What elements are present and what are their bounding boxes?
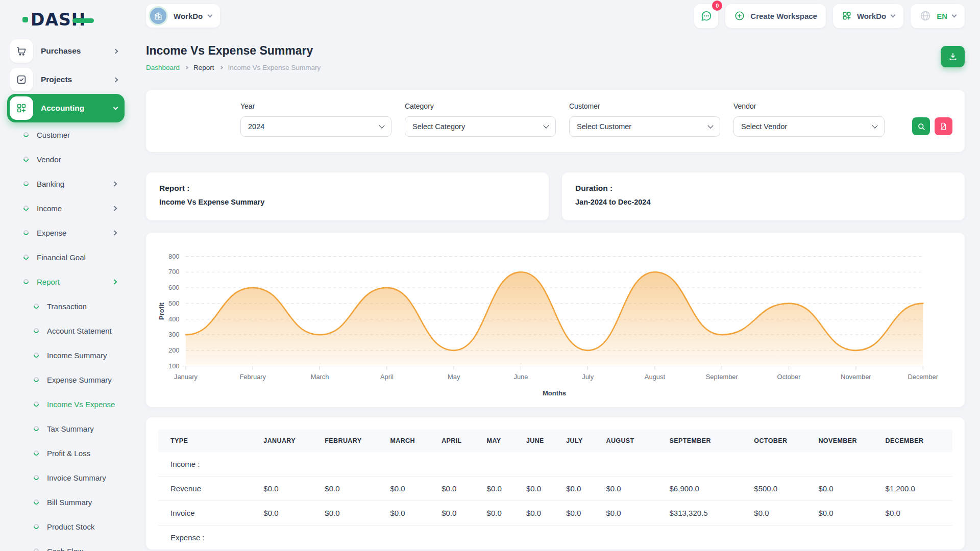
chevron-down-icon [952,12,957,17]
chevron-down-icon [113,105,118,110]
bullet-icon [33,327,40,334]
bullet-icon [22,131,30,138]
apply-filter-button[interactable] [912,117,930,135]
sidebar-item-cash-flow[interactable]: Cash Flow [7,539,125,551]
sidebar-item-bill-summary[interactable]: Bill Summary [7,490,125,514]
sidebar-item-label: Income Summary [47,351,107,360]
sidebar-item-label: Account Statement [47,327,112,335]
sidebar-item-label: Accounting [41,104,114,113]
bullet-icon [22,156,30,163]
category-select[interactable]: Select Category [405,116,556,137]
breadcrumb-report[interactable]: Report [193,64,214,71]
table-section-row: Income : [158,452,952,477]
svg-text:Profit: Profit [158,302,165,319]
app-switcher-button[interactable]: WorkDo [833,4,903,28]
svg-text:700: 700 [168,268,180,276]
sidebar-item-expense[interactable]: Expense [7,220,125,245]
sidebar-item-income-summary[interactable]: Income Summary [7,343,125,367]
accounting-grid-icon [10,96,33,120]
bullet-icon [22,229,30,236]
chevron-right-icon [112,279,117,284]
sidebar-item-banking[interactable]: Banking [7,171,125,196]
sidebar-item-label: Expense Summary [47,375,112,384]
year-label: Year [240,102,391,110]
download-button[interactable] [941,46,965,67]
bullet-icon [33,523,40,530]
sidebar-item-vendor[interactable]: Vendor [7,147,125,171]
bullet-icon [33,474,40,481]
chat-icon [700,10,713,22]
sidebar-item-financial-goal[interactable]: Financial Goal [7,245,125,269]
table-header-cell: JULY [562,430,602,452]
chevron-right-icon [185,66,188,69]
chat-badge: 0 [712,1,722,11]
sidebar-item-report[interactable]: Report [7,269,125,294]
page-header: Income Vs Expense Summary Dashboard Repo… [146,44,965,71]
sidebar-item-customer[interactable]: Customer [7,122,125,147]
sidebar-item-accounting[interactable]: Accounting [7,94,125,122]
sidebar-item-label: Income Vs Expense [47,400,115,409]
sidebar-item-transaction[interactable]: Transaction [7,294,125,318]
sidebar-item-profit-loss[interactable]: Profit & Loss [7,441,125,465]
sidebar-item-projects[interactable]: Projects [7,65,125,94]
sidebar-item-product-stock[interactable]: Product Stock [7,514,125,539]
chevron-right-icon [112,181,117,186]
sidebar-item-invoice-summary[interactable]: Invoice Summary [7,465,125,490]
table-header-cell: TYPE [158,430,259,452]
chart-card: 100200300400500600700800JanuaryFebruaryM… [146,233,965,407]
table-header-cell: DECEMBER [881,430,952,452]
sidebar-item-label: Vendor [37,155,61,164]
svg-text:September: September [706,373,739,381]
chevron-right-icon [112,230,117,235]
sidebar-item-label: Product Stock [47,522,94,531]
download-icon [948,52,958,62]
svg-text:400: 400 [168,315,180,323]
year-field: Year 2024 [240,102,391,137]
sidebar-item-tax-summary[interactable]: Tax Summary [7,416,125,441]
svg-text:April: April [380,373,394,381]
sidebar-item-label: Expense [37,229,66,237]
clear-file-icon [939,122,948,131]
bullet-icon [33,376,40,383]
table-card: TYPEJANUARYFEBRUARYMARCHAPRILMAYJUNEJULY… [146,417,965,549]
sidebar-item-purchases[interactable]: Purchases [7,37,125,65]
search-icon [917,122,926,131]
year-select[interactable]: 2024 [240,116,391,137]
customer-select[interactable]: Select Customer [569,116,720,137]
sidebar-item-income[interactable]: Income [7,196,125,220]
svg-text:600: 600 [168,284,180,291]
app-logo[interactable]: DASH [7,5,125,34]
bullet-icon [33,352,40,359]
sidebar-item-label: Tax Summary [47,424,94,433]
svg-text:May: May [448,373,460,381]
breadcrumb-dashboard[interactable]: Dashboard [146,64,180,71]
svg-text:500: 500 [168,299,180,307]
table-header-cell: SEPTEMBER [666,430,750,452]
language-button[interactable]: EN [911,4,965,28]
messages-button[interactable]: 0 [694,4,718,28]
sidebar-item-label: Bill Summary [47,498,92,507]
vendor-select[interactable]: Select Vendor [733,116,885,137]
filter-actions [912,117,952,137]
table-header-cell: NOVEMBER [814,430,881,452]
app-switcher-label: WorkDo [857,12,886,20]
chevron-right-icon [112,206,117,211]
table-header-cell: OCTOBER [750,430,814,452]
table-header-cell: AUGUST [602,430,665,452]
workspace-switcher[interactable]: WorkDo [146,4,220,28]
svg-text:300: 300 [168,331,180,338]
sidebar-item-account-statement[interactable]: Account Statement [7,318,125,343]
topbar: WorkDo 0 Create Workspace WorkDo EN [146,0,965,28]
language-label: EN [937,12,947,20]
chevron-down-icon [891,12,896,17]
sidebar-item-label: Profit & Loss [47,449,90,458]
reset-filter-button[interactable] [935,117,952,135]
bullet-icon [33,400,40,408]
bullet-icon [33,425,40,432]
sidebar-item-label: Income [37,204,62,213]
workspace-name: WorkDo [174,12,203,20]
sidebar-item-income-vs-expense[interactable]: Income Vs Expense [7,392,125,416]
create-workspace-button[interactable]: Create Workspace [725,4,826,28]
report-value: Income Vs Expense Summary [159,198,535,206]
sidebar-item-expense-summary[interactable]: Expense Summary [7,367,125,392]
